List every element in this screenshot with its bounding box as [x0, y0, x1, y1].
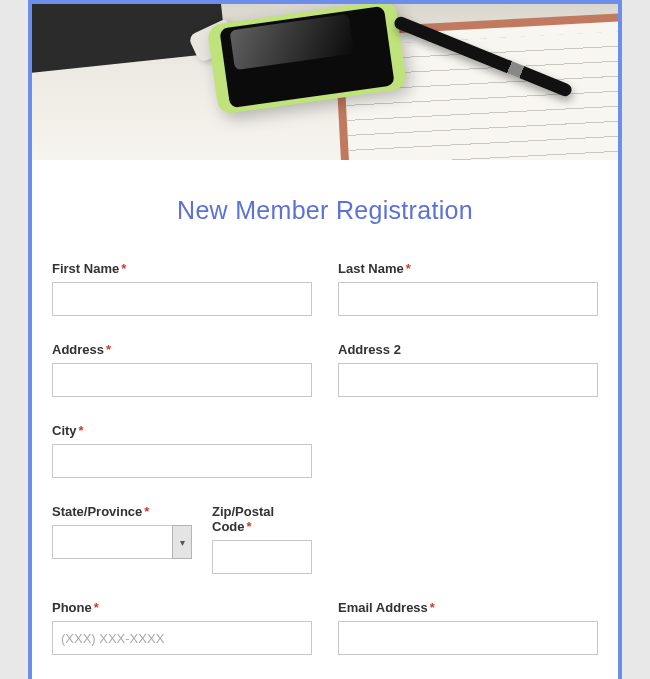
address-input[interactable]	[52, 363, 312, 397]
first-name-input[interactable]	[52, 282, 312, 316]
last-name-label-text: Last Name	[338, 261, 404, 276]
city-label-text: City	[52, 423, 77, 438]
email-input[interactable]	[338, 621, 598, 655]
required-mark: *	[144, 504, 149, 519]
zip-input[interactable]	[212, 540, 312, 574]
state-select[interactable]	[52, 525, 172, 559]
address2-label-text: Address 2	[338, 342, 401, 357]
hero-image	[32, 4, 618, 160]
chevron-down-icon[interactable]: ▾	[172, 525, 192, 559]
address2-label: Address 2	[338, 342, 598, 357]
phone-label: Phone*	[52, 600, 312, 615]
page-title: New Member Registration	[52, 196, 598, 225]
last-name-label: Last Name*	[338, 261, 598, 276]
state-label: State/Province*	[52, 504, 192, 519]
required-mark: *	[79, 423, 84, 438]
city-label: City*	[52, 423, 312, 438]
email-label-text: Email Address	[338, 600, 428, 615]
state-label-text: State/Province	[52, 504, 142, 519]
address-label: Address*	[52, 342, 312, 357]
last-name-input[interactable]	[338, 282, 598, 316]
zip-label-text: Zip/Postal Code	[212, 504, 274, 534]
required-mark: *	[94, 600, 99, 615]
city-input[interactable]	[52, 444, 312, 478]
registration-form-card: New Member Registration First Name* Last…	[28, 0, 622, 679]
required-mark: *	[247, 519, 252, 534]
phone-input[interactable]	[52, 621, 312, 655]
required-mark: *	[430, 600, 435, 615]
email-label: Email Address*	[338, 600, 598, 615]
required-mark: *	[106, 342, 111, 357]
zip-label: Zip/Postal Code*	[212, 504, 312, 534]
phone-label-text: Phone	[52, 600, 92, 615]
required-mark: *	[406, 261, 411, 276]
required-mark: *	[121, 261, 126, 276]
first-name-label-text: First Name	[52, 261, 119, 276]
first-name-label: First Name*	[52, 261, 312, 276]
address2-input[interactable]	[338, 363, 598, 397]
address-label-text: Address	[52, 342, 104, 357]
